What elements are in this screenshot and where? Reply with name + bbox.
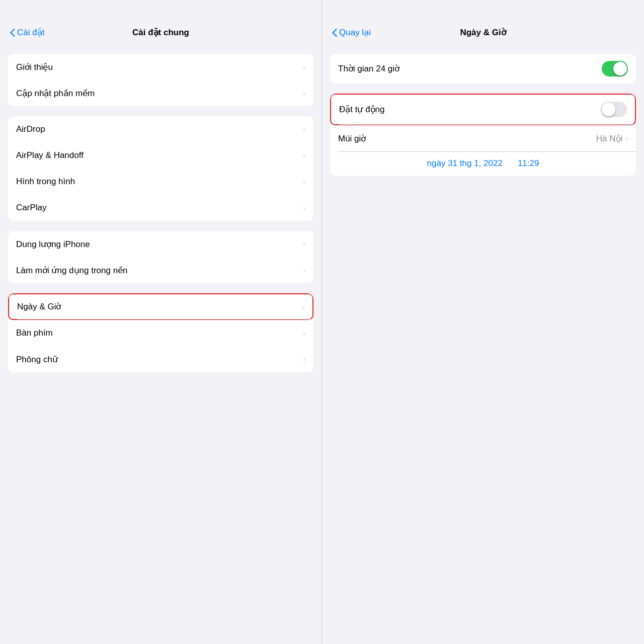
left-back-button[interactable]: Cài đặt bbox=[10, 27, 44, 38]
chevron-left-icon bbox=[332, 29, 337, 37]
right-back-button[interactable]: Quay lại bbox=[332, 27, 371, 38]
dat-tu-dong-toggle[interactable] bbox=[601, 102, 627, 117]
chevron-left-icon bbox=[10, 29, 15, 37]
chevron-icon: › bbox=[302, 303, 304, 311]
chevron-icon: › bbox=[303, 240, 305, 248]
section-4: Ngày & Giờ › Bàn phím › Phông chữ › bbox=[8, 293, 313, 372]
date-picker[interactable]: ngày 31 thg 1, 2022 bbox=[427, 158, 503, 169]
section-1: Giới thiệu › Cập nhật phần mềm › bbox=[8, 54, 313, 106]
time-format-section: Thời gian 24 giờ bbox=[330, 54, 636, 84]
datetime-row: ngày 31 thg 1, 2022 11:29 bbox=[330, 151, 636, 176]
thoi-gian-24-gio-row: Thời gian 24 giờ bbox=[330, 54, 636, 84]
chevron-icon: › bbox=[303, 125, 305, 133]
right-header: Quay lại Ngày & Giờ bbox=[322, 0, 644, 46]
chevron-icon: › bbox=[303, 178, 305, 186]
left-header: Cài đặt Cài đặt chung bbox=[0, 0, 321, 46]
sidebar-item-airdrop[interactable]: AirDrop › bbox=[8, 116, 313, 142]
chevron-icon: › bbox=[303, 204, 305, 212]
sidebar-item-ban-phim[interactable]: Bàn phím › bbox=[8, 320, 313, 346]
thoi-gian-24-gio-toggle[interactable] bbox=[602, 61, 628, 76]
mui-gio-row[interactable]: Múi giờ Hà Nội › bbox=[330, 125, 636, 151]
auto-set-section: Đặt tự động Múi giờ Hà Nội › ngày 31 thg… bbox=[330, 94, 636, 176]
toggle-knob bbox=[613, 62, 627, 75]
section-3: Dung lượng iPhone › Làm mới ứng dụng tro… bbox=[8, 231, 313, 283]
chevron-icon: › bbox=[303, 355, 305, 363]
chevron-icon: › bbox=[625, 134, 628, 142]
sidebar-item-gioi-thieu[interactable]: Giới thiệu › bbox=[8, 54, 313, 80]
sidebar-item-lam-moi[interactable]: Làm mới ứng dụng trong nền › bbox=[8, 257, 313, 283]
right-content: Thời gian 24 giờ Đặt tự động Múi giờ Hà … bbox=[322, 46, 644, 644]
sidebar-item-ngay-gio[interactable]: Ngày & Giờ › bbox=[8, 293, 313, 320]
chevron-icon: › bbox=[303, 89, 305, 97]
dat-tu-dong-label: Đặt tự động bbox=[339, 104, 385, 115]
chevron-icon: › bbox=[303, 266, 305, 274]
right-back-label: Quay lại bbox=[339, 27, 371, 38]
left-title: Cài đặt chung bbox=[132, 27, 189, 38]
time-picker[interactable]: 11:29 bbox=[518, 158, 539, 169]
chevron-icon: › bbox=[303, 151, 305, 159]
dat-tu-dong-row: Đặt tự động bbox=[330, 94, 636, 125]
sidebar-item-airplay[interactable]: AirPlay & Handoff › bbox=[8, 142, 313, 169]
right-panel: Quay lại Ngày & Giờ Thời gian 24 giờ Đặt… bbox=[322, 0, 644, 644]
mui-gio-value: Hà Nội bbox=[596, 133, 623, 144]
section-2: AirDrop › AirPlay & Handoff › Hình trong… bbox=[8, 116, 313, 221]
sidebar-item-carplay[interactable]: CarPlay › bbox=[8, 195, 313, 221]
toggle-knob bbox=[602, 103, 615, 116]
sidebar-item-phong-chu[interactable]: Phông chữ › bbox=[8, 346, 313, 372]
thoi-gian-24-gio-label: Thời gian 24 giờ bbox=[338, 63, 399, 74]
sidebar-item-dung-luong[interactable]: Dung lượng iPhone › bbox=[8, 231, 313, 257]
chevron-icon: › bbox=[303, 329, 305, 337]
left-back-label: Cài đặt bbox=[17, 27, 44, 38]
sidebar-item-hinh-trong-hinh[interactable]: Hình trong hình › bbox=[8, 169, 313, 195]
sidebar-item-cap-nhat[interactable]: Cập nhật phần mềm › bbox=[8, 80, 313, 106]
chevron-icon: › bbox=[303, 63, 305, 71]
left-content: Giới thiệu › Cập nhật phần mềm › AirDrop… bbox=[0, 46, 321, 644]
left-panel: Cài đặt Cài đặt chung Giới thiệu › Cập n… bbox=[0, 0, 322, 644]
mui-gio-label: Múi giờ bbox=[338, 133, 366, 144]
right-title: Ngày & Giờ bbox=[460, 27, 506, 38]
